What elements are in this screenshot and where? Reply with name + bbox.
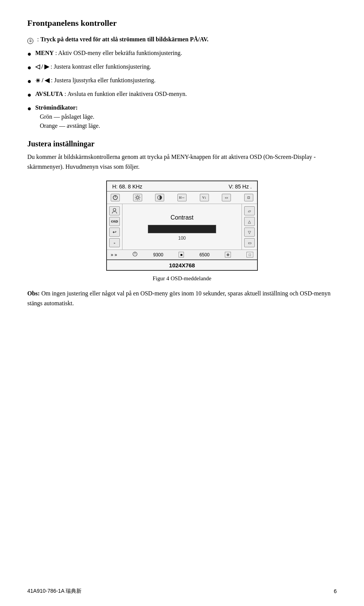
osd-icon-osd: OSD xyxy=(109,217,120,226)
osd-footer-more: » » xyxy=(111,252,117,257)
svg-line-8 xyxy=(139,199,140,199)
osd-icon-pin: ⊡ xyxy=(244,194,253,201)
obs-bold-label: Obs: xyxy=(27,290,40,297)
bullet-symbol-1: ① xyxy=(27,35,33,46)
osd-center: Contrast 100 xyxy=(122,204,242,250)
osd-footer-icon-mid: ■ xyxy=(179,252,184,257)
bullet-text-4: ☀ / ◀ : Justera ljusstyrka eller funktio… xyxy=(35,76,155,85)
osd-right-icon-4: ▭ xyxy=(244,238,255,247)
osd-v-freq: V: 85 Hz . xyxy=(229,184,252,190)
bullet-text-6: Strömindikator: Grön — påslaget läge. Or… xyxy=(35,103,100,130)
osd-icon-hpos: H↔ xyxy=(177,194,187,201)
circle-1-icon: ① xyxy=(27,38,33,44)
osd-top-icons-row: H↔ V↕ ▭ ⊡ xyxy=(107,192,257,204)
footer-page-number: 6 xyxy=(334,588,337,594)
svg-line-10 xyxy=(136,199,136,199)
bullet-item-5: ● AVSLUTA : Avsluta en funktion eller in… xyxy=(27,89,337,100)
osd-h-freq: H: 68. 8 KHz xyxy=(112,184,142,190)
svg-line-9 xyxy=(139,196,140,196)
bullet-text-3: ◁ / ▶ : Justera kontrast eller funktions… xyxy=(35,62,151,71)
bullet-text-5: AVSLUTA : Avsluta en funktion eller inak… xyxy=(35,89,187,99)
osd-body: OSD ↩ » Contrast 100 ▱ △ ▽ ▭ xyxy=(107,204,257,250)
osd-footer-last-icon: □ xyxy=(246,252,253,257)
osd-icon-more: » xyxy=(109,238,120,247)
obs-body-text: Om ingen justering eller något val på en… xyxy=(27,290,331,306)
bullet-item-1: ① : Tryck på detta vred för att slå strö… xyxy=(27,35,337,46)
bullet-symbol-6: ● xyxy=(27,104,31,114)
osd-right-icons: ▱ △ ▽ ▭ xyxy=(242,204,257,250)
osd-footer-temp-icon xyxy=(132,251,138,258)
page-footer: 41A910-786-1A 瑞典新 6 xyxy=(27,588,337,595)
section2-title: Justera inställningar xyxy=(27,140,337,148)
bullet-item-3: ● ◁ / ▶ : Justera kontrast eller funktio… xyxy=(27,62,337,73)
osd-icon-brightness xyxy=(133,194,142,201)
osd-resolution: 1024X768 xyxy=(107,259,257,270)
osd-icon-size: ▭ xyxy=(222,194,231,201)
bullet-text-1: : Tryck på detta vred för att slå strömm… xyxy=(37,35,209,44)
obs-paragraph: Obs: Om ingen justering eller något val … xyxy=(27,289,337,308)
osd-footer-row: » » 9300 ■ 6500 ⊕ □ xyxy=(107,250,257,259)
osd-figure: H: 68. 8 KHz V: 85 Hz . H↔ V↕ ▭ ⊡ xyxy=(27,181,337,271)
osd-footer-9300: 9300 xyxy=(153,252,163,257)
bullet-item-6: ● Strömindikator: Grön — påslaget läge. … xyxy=(27,103,337,130)
osd-right-icon-1: ▱ xyxy=(244,206,255,215)
osd-right-icon-3: ▽ xyxy=(244,228,255,237)
osd-left-icons: OSD ↩ » xyxy=(107,204,122,250)
svg-line-7 xyxy=(136,196,136,196)
bullet-list: ① : Tryck på detta vred för att slå strö… xyxy=(27,35,337,130)
bullet-symbol-2: ● xyxy=(27,49,31,59)
osd-header: H: 68. 8 KHz V: 85 Hz . xyxy=(107,181,257,192)
bullet-item-4: ● ☀ / ◀ : Justera ljusstyrka eller funkt… xyxy=(27,76,337,86)
osd-contrast-label: Contrast xyxy=(171,214,193,221)
osd-display: H: 68. 8 KHz V: 85 Hz . H↔ V↕ ▭ ⊡ xyxy=(106,181,258,271)
osd-footer-icon-right: ⊕ xyxy=(225,252,231,257)
osd-right-icon-2: △ xyxy=(244,217,255,226)
bullet-symbol-4: ● xyxy=(27,76,31,86)
svg-point-2 xyxy=(136,196,139,199)
bullet-symbol-3: ● xyxy=(27,63,31,73)
footer-left: 41A910-786-1A 瑞典新 xyxy=(27,588,82,595)
svg-point-12 xyxy=(113,209,116,211)
bullet-symbol-5: ● xyxy=(27,90,31,100)
bullet-item-2: ● MENY : Aktiv OSD-meny eller bekräfta f… xyxy=(27,49,337,59)
bullet-text-2: MENY : Aktiv OSD-meny eller bekräfta fun… xyxy=(35,49,182,58)
osd-contrast-value: 100 xyxy=(178,235,186,241)
osd-icon-vpos: V↕ xyxy=(200,194,209,201)
osd-icon-user xyxy=(109,206,120,215)
osd-contrast-bar xyxy=(148,225,216,233)
figure-caption: Figur 4 OSD-meddelande xyxy=(27,275,337,282)
osd-icon-power xyxy=(111,194,120,201)
osd-icon-input: ↩ xyxy=(109,228,120,237)
section2-body: Du kommer åt bildskärmskontrollerna geno… xyxy=(27,152,337,171)
osd-icon-contrast xyxy=(155,194,164,201)
osd-footer-6500: 6500 xyxy=(199,252,210,257)
page-title: Frontpanelens kontroller xyxy=(27,18,337,28)
